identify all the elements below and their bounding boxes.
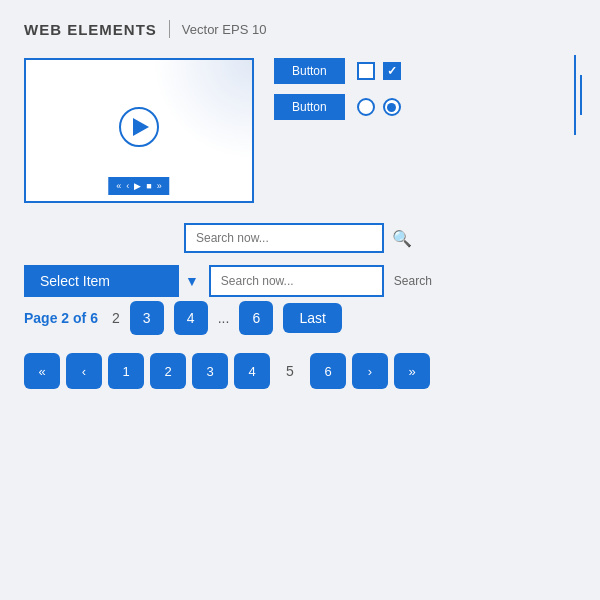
pag2-page-3-button[interactable]: 3	[192, 353, 228, 389]
radio-unchecked[interactable]	[357, 98, 375, 116]
pag2-page-4-button[interactable]: 4	[234, 353, 270, 389]
dropdown-arrow-icon: ▼	[185, 273, 199, 289]
rew-icon[interactable]: «	[116, 181, 121, 191]
page: WEB ELEMENTS Vector EPS 10 « ‹ ▶ ■ » But	[0, 0, 600, 600]
pag2-last-button[interactable]: »	[394, 353, 430, 389]
video-section: « ‹ ▶ ■ » Button Button	[24, 58, 576, 203]
play-icon	[133, 118, 149, 136]
app-subtitle: Vector EPS 10	[182, 22, 267, 37]
controls-right: Button Button	[274, 58, 401, 120]
button-1[interactable]: Button	[274, 58, 345, 84]
checkbox-unchecked[interactable]	[357, 62, 375, 80]
page-info-text: Page 2 of 6	[24, 310, 98, 326]
button-row-1: Button	[274, 58, 401, 84]
header: WEB ELEMENTS Vector EPS 10	[24, 20, 576, 38]
search-row-1: 🔍	[24, 223, 576, 253]
play-icon-ctrl[interactable]: ▶	[134, 181, 141, 191]
page-last-button[interactable]: Last	[283, 303, 341, 333]
vert-line-2	[580, 75, 582, 115]
pag2-page-2-button[interactable]: 2	[150, 353, 186, 389]
page-2-plain: 2	[112, 310, 120, 326]
pag2-page-1-button[interactable]: 1	[108, 353, 144, 389]
pag2-prev-button[interactable]: ‹	[66, 353, 102, 389]
search-text-button[interactable]: Search	[394, 274, 432, 288]
select-item-dropdown[interactable]: Select Item	[24, 265, 179, 297]
pag2-page-5-plain: 5	[276, 363, 304, 379]
fwd-icon[interactable]: »	[157, 181, 162, 191]
button-row-2: Button	[274, 94, 401, 120]
app-title: WEB ELEMENTS	[24, 21, 157, 38]
page-dots: ...	[218, 310, 230, 326]
radio-checked[interactable]	[383, 98, 401, 116]
pag2-first-button[interactable]: «	[24, 353, 60, 389]
pagination-1: Page 2 of 6 2 3 4 ... 6 Last	[24, 301, 576, 335]
header-divider	[169, 20, 170, 38]
vert-line-1	[574, 55, 576, 135]
step-back-icon[interactable]: ‹	[126, 181, 129, 191]
button-2[interactable]: Button	[274, 94, 345, 120]
video-bg	[152, 60, 252, 160]
search-input-2[interactable]	[209, 265, 384, 297]
decorative-lines	[574, 55, 582, 135]
search-input-1[interactable]	[184, 223, 384, 253]
pag2-next-button[interactable]: ›	[352, 353, 388, 389]
search-icon-button[interactable]: 🔍	[392, 229, 412, 248]
pagination-2: « ‹ 1 2 3 4 5 6 › »	[24, 353, 576, 389]
checkbox-area-1	[357, 62, 401, 80]
pag2-page-6-button[interactable]: 6	[310, 353, 346, 389]
page-4-button[interactable]: 4	[174, 301, 208, 335]
search-row-2: Select Item ▼ Search	[24, 265, 576, 297]
play-button[interactable]	[119, 107, 159, 147]
video-player: « ‹ ▶ ■ »	[24, 58, 254, 203]
stop-icon[interactable]: ■	[146, 181, 151, 191]
radio-area	[357, 98, 401, 116]
checkbox-checked[interactable]	[383, 62, 401, 80]
page-6-button[interactable]: 6	[239, 301, 273, 335]
page-3-button[interactable]: 3	[130, 301, 164, 335]
video-controls-bar: « ‹ ▶ ■ »	[108, 177, 169, 195]
